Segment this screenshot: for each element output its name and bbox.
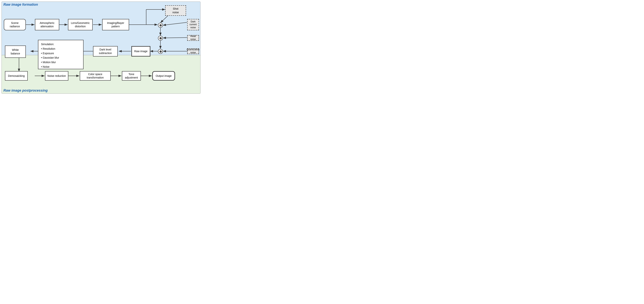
atmospheric-box: Atmospheric attenuation <box>35 19 59 30</box>
demosaicking-box: Demosaicking <box>5 71 28 81</box>
sum-circle-3: ⊕ <box>158 49 163 54</box>
tone-adjustment-box: Tone adjustment <box>122 71 141 81</box>
dark-level-box: Dark level subtraction <box>93 46 118 56</box>
imaging-box: Imaging/Bayer pattern <box>102 19 129 30</box>
read-noise-box: Read noise <box>187 35 199 41</box>
lens-box: Lens/Geometric distortion <box>68 19 93 30</box>
quantization-noise-box: Quantization noise <box>187 48 199 54</box>
sum-circle-2: ⊕ <box>158 36 163 40</box>
noise-reduction-box: Noise reduction <box>45 71 68 81</box>
white-balance-box: White balance <box>5 45 26 58</box>
simulation-label: Simulation: • Resolution • Exposure • Ga… <box>41 43 59 68</box>
scene-radiance-box: Scene radiance <box>4 19 26 30</box>
dark-current-box: Dark current noise <box>187 19 199 30</box>
color-space-box: Color space transformation <box>80 71 111 81</box>
shot-noise-box: Shot noise <box>165 5 186 16</box>
simulation-box: Simulation: • Resolution • Exposure • Ga… <box>38 40 84 69</box>
diagram: Raw image formation Raw image postproces… <box>0 0 201 95</box>
output-image-box: Output image <box>152 71 175 81</box>
raw-image-box: Raw image <box>132 46 150 56</box>
top-section-label: Raw image formation <box>4 3 38 7</box>
sum-circle-1: ⊕ <box>158 23 163 28</box>
bottom-section-label: Raw image postprocessing <box>4 89 48 92</box>
